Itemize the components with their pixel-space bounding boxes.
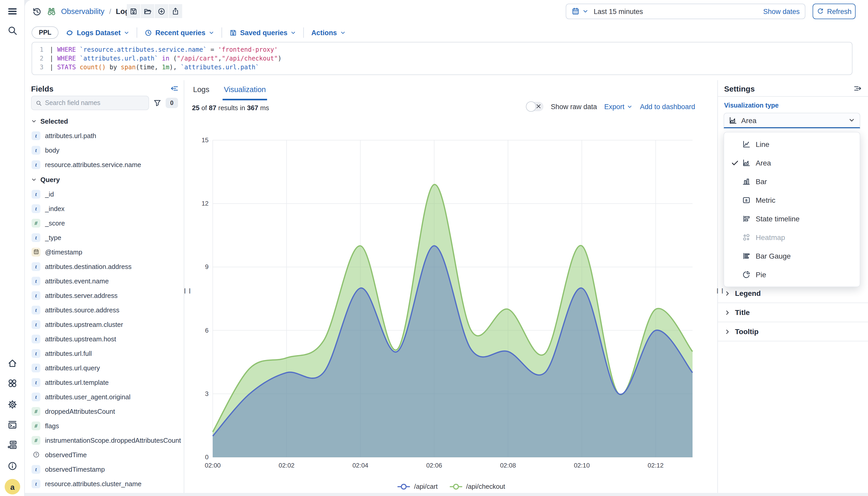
fields-panel-title: Fields bbox=[31, 84, 54, 93]
avatar[interactable]: a bbox=[5, 479, 20, 494]
field-item[interactable]: tattributes.server.address bbox=[25, 288, 184, 303]
share-button[interactable] bbox=[169, 4, 182, 18]
tab-visualization[interactable]: Visualization bbox=[223, 83, 267, 100]
fields-panel: Fields 0 Selectedtattributes.url.pathtbo… bbox=[25, 80, 184, 496]
tab-logs[interactable]: Logs bbox=[192, 83, 210, 100]
open-button[interactable] bbox=[141, 4, 154, 18]
legend-item[interactable]: /api/cart bbox=[397, 483, 438, 490]
accordion-tooltip[interactable]: Tooltip bbox=[718, 322, 868, 341]
viz-option-state-timeline[interactable]: State timeline bbox=[724, 210, 860, 228]
time-range-value[interactable]: Last 15 minutes bbox=[594, 7, 761, 15]
panel-resize-handle[interactable]: ❙❙ bbox=[183, 286, 186, 294]
actions-button[interactable]: Actions bbox=[311, 29, 346, 36]
save-icon bbox=[130, 7, 138, 15]
viz-option-metric[interactable]: 8Metric bbox=[724, 191, 860, 210]
editor-line[interactable]: 3| STATS count() by span(time, 1m), `att… bbox=[32, 63, 852, 72]
field-type-badge: t bbox=[32, 160, 40, 169]
recent-items-icon[interactable] bbox=[32, 6, 42, 16]
show-raw-data-toggle[interactable] bbox=[526, 102, 543, 111]
app-root: a Observability / Logs Last 15 minutes bbox=[0, 0, 868, 496]
add-to-dashboard-button[interactable]: Add to dashboard bbox=[640, 103, 695, 110]
pie-chart-icon bbox=[742, 270, 750, 279]
viz-option-area[interactable]: Area bbox=[724, 154, 860, 172]
legend-item[interactable]: /api/checkout bbox=[449, 483, 505, 490]
apps-icon[interactable] bbox=[7, 378, 18, 388]
field-item[interactable]: @timestamp bbox=[25, 245, 184, 259]
viz-option-bar[interactable]: Bar bbox=[724, 172, 860, 191]
check-icon bbox=[731, 196, 739, 204]
time-range-picker[interactable]: Last 15 minutes Show dates bbox=[566, 4, 805, 19]
editor-line[interactable]: 2| WHERE `attributes.url.path` in ("/api… bbox=[32, 54, 852, 63]
home-icon[interactable] bbox=[7, 358, 18, 368]
panel-resize-handle[interactable]: ❙❙ bbox=[715, 286, 719, 294]
admin-settings-icon[interactable] bbox=[7, 399, 18, 409]
chevron-down-icon bbox=[209, 30, 214, 35]
field-item[interactable]: #flags bbox=[25, 418, 184, 433]
add-data-icon[interactable] bbox=[7, 440, 18, 450]
field-item[interactable]: tresource.attributes.cluster_name bbox=[25, 476, 184, 491]
field-item[interactable]: tattributes.user_agent.original bbox=[25, 389, 184, 404]
query-language-badge[interactable]: PPL bbox=[32, 26, 59, 39]
field-search-input[interactable] bbox=[45, 99, 145, 107]
field-item[interactable]: tresource.attributes.service.name bbox=[25, 157, 184, 172]
field-item[interactable]: tattributes.destination.address bbox=[25, 259, 184, 274]
dataset-selector[interactable]: Logs Dataset bbox=[66, 29, 130, 36]
area-chart[interactable]: 0369121502:0002:0202:0402:0602:0802:1002… bbox=[195, 135, 699, 476]
filter-icon[interactable] bbox=[153, 99, 162, 107]
field-item[interactable]: t_index bbox=[25, 201, 184, 216]
field-item[interactable]: tbody bbox=[25, 143, 184, 157]
field-item[interactable]: tattributes.upstream.host bbox=[25, 331, 184, 346]
svg-text:0: 0 bbox=[205, 454, 209, 461]
recent-queries-button[interactable]: Recent queries bbox=[145, 29, 214, 36]
field-item[interactable]: tattributes.url.template bbox=[25, 375, 184, 389]
field-item[interactable]: tattributes.source.address bbox=[25, 303, 184, 317]
field-item[interactable]: tobservedTimestamp bbox=[25, 462, 184, 476]
collapse-fields-icon[interactable] bbox=[170, 84, 179, 93]
dev-tools-icon[interactable] bbox=[7, 419, 18, 430]
heatmap-icon bbox=[742, 233, 750, 242]
viz-option-pie[interactable]: Pie bbox=[724, 265, 860, 284]
svg-text:8: 8 bbox=[745, 198, 747, 202]
global-search-icon[interactable] bbox=[7, 25, 18, 36]
field-item[interactable]: tattributes.event.name bbox=[25, 274, 184, 288]
chevron-down-icon bbox=[31, 119, 37, 124]
field-type-badge: t bbox=[32, 349, 40, 358]
field-item[interactable]: t_type bbox=[25, 230, 184, 245]
field-section-header[interactable]: Query bbox=[25, 172, 184, 187]
save-button[interactable] bbox=[127, 4, 140, 18]
viz-option-heatmap[interactable]: Heatmap bbox=[724, 228, 860, 247]
field-item[interactable]: tattributes.upstream.cluster bbox=[25, 317, 184, 331]
divider bbox=[303, 27, 304, 38]
export-button[interactable]: Export bbox=[604, 103, 633, 110]
info-icon[interactable] bbox=[7, 461, 18, 471]
accordion-title[interactable]: Title bbox=[718, 303, 868, 322]
field-item[interactable]: tattributes.url.full bbox=[25, 346, 184, 360]
field-item[interactable]: tresource.attributes.host.name bbox=[25, 491, 184, 496]
field-type-badge: t bbox=[32, 145, 40, 154]
visualization-type-select[interactable]: Area bbox=[723, 113, 860, 128]
show-dates-button[interactable]: Show dates bbox=[763, 7, 800, 15]
chart-legend: /api/cart/api/checkout bbox=[185, 483, 717, 490]
field-item[interactable]: #instrumentationScope.droppedAttributesC… bbox=[25, 433, 184, 447]
ppl-query-editor[interactable]: 1| WHERE `resource.attributes.service.na… bbox=[32, 42, 852, 75]
field-item[interactable]: #_score bbox=[25, 216, 184, 230]
left-nav-rail: a bbox=[0, 0, 25, 496]
saved-queries-button[interactable]: Saved queries bbox=[229, 29, 296, 36]
editor-line[interactable]: 1| WHERE `resource.attributes.service.na… bbox=[32, 46, 852, 54]
svg-text:12: 12 bbox=[201, 200, 209, 207]
filter-count-badge[interactable]: 0 bbox=[166, 98, 178, 108]
menu-icon[interactable] bbox=[7, 6, 18, 17]
field-item[interactable]: #droppedAttributesCount bbox=[25, 404, 184, 418]
field-section-header[interactable]: Selected bbox=[25, 113, 184, 128]
field-item[interactable]: tattributes.url.query bbox=[25, 360, 184, 375]
svg-text:02:10: 02:10 bbox=[574, 462, 590, 469]
field-item[interactable]: tattributes.url.path bbox=[25, 128, 184, 143]
collapse-settings-icon[interactable] bbox=[853, 84, 862, 93]
viz-option-bar-gauge[interactable]: Bar Gauge bbox=[724, 247, 860, 265]
viz-option-line[interactable]: Line bbox=[724, 135, 860, 154]
field-item[interactable]: ?observedTime bbox=[25, 447, 184, 462]
breadcrumb-app[interactable]: Observability bbox=[61, 7, 105, 16]
refresh-button[interactable]: Refresh bbox=[813, 4, 856, 19]
new-button[interactable] bbox=[155, 4, 168, 18]
field-item[interactable]: t_id bbox=[25, 187, 184, 201]
